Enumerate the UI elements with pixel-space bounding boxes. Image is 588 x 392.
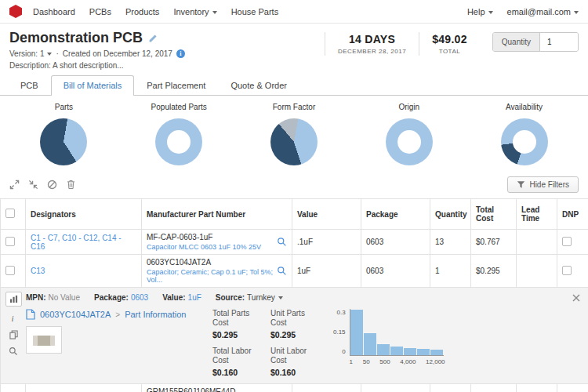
- price-chart-x-axis: 1 50 500 4,000 12,000: [350, 358, 445, 365]
- close-detail-icon[interactable]: [572, 294, 580, 302]
- x-tick: 1: [350, 358, 353, 365]
- chart-parts: Parts: [6, 103, 122, 165]
- info-icon[interactable]: i: [176, 49, 185, 58]
- origin-donut-chart[interactable]: [386, 118, 433, 165]
- parts-pie-chart[interactable]: [40, 118, 87, 165]
- source-dropdown[interactable]: Source:Turnkey: [216, 293, 283, 302]
- meta-value: Value:1uF: [162, 293, 201, 302]
- expand-rows-icon[interactable]: [9, 180, 20, 190]
- dnp-checkbox[interactable]: [562, 237, 572, 246]
- quantity-label: Quantity: [493, 33, 540, 51]
- x-tick: 12,000: [426, 358, 445, 365]
- description-text: Description: A short description...: [9, 61, 325, 70]
- version-dropdown[interactable]: Version: 1: [9, 49, 52, 58]
- nav-item-house-parts[interactable]: House Parts: [231, 7, 279, 16]
- price-break-chart: 0.3 0.15 0 1 50 500 4,000: [333, 309, 445, 377]
- detail-part-number-link[interactable]: 0603YC104JAT2A: [40, 310, 111, 319]
- mpn-text: MF-CAP-0603-1uF: [147, 233, 261, 241]
- price-break-bar: [404, 348, 416, 355]
- cost-item: Unit Parts Cost $0.295: [270, 309, 319, 340]
- lead-days-value: 14 DAYS: [338, 33, 406, 45]
- cost-label: Unit Parts Cost: [270, 309, 319, 328]
- mpn-description-link[interactable]: Capacitor; Ceramic; Cap 0.1 uF; Tol 5%; …: [147, 268, 274, 284]
- cost-label: Unit Labor Cost: [270, 347, 319, 365]
- chart-availability: Availability: [466, 103, 582, 165]
- search-part-icon[interactable]: [9, 347, 18, 356]
- chart-label: Parts: [55, 103, 73, 111]
- account-label: email@mail.com: [507, 7, 571, 16]
- part-info-icon[interactable]: i: [9, 314, 17, 323]
- chart-populated-parts: Populated Parts: [122, 103, 237, 165]
- cost-item: Unit Labor Cost $0.160: [270, 347, 319, 378]
- created-text: Created on December 12, 2017: [63, 49, 172, 58]
- bom-toolbar: Hide Filters: [0, 172, 588, 198]
- chart-label: Populated Parts: [151, 103, 207, 111]
- price-break-bars: [350, 309, 444, 356]
- designators-link[interactable]: C13: [31, 267, 45, 275]
- delete-rows-icon[interactable]: [66, 180, 76, 190]
- tab-pcb[interactable]: PCB: [8, 75, 51, 96]
- meta-mpn-label: MPN:: [26, 293, 46, 302]
- col-designators: Designators: [26, 199, 142, 230]
- chart-label: Form Factor: [273, 103, 315, 111]
- part-info-block: 0603YC104JAT2A > Part Information: [26, 309, 200, 377]
- document-icon: [26, 309, 35, 320]
- edit-title-icon[interactable]: [148, 33, 158, 43]
- nav-item-products[interactable]: Products: [125, 7, 159, 16]
- price-break-bar: [377, 344, 390, 355]
- form-factor-pie-chart[interactable]: [270, 118, 318, 165]
- nav-item-dashboard[interactable]: Dashboard: [33, 7, 75, 16]
- dnp-ban-icon[interactable]: [47, 180, 57, 190]
- meta-package-value[interactable]: 0603: [131, 293, 148, 302]
- help-menu[interactable]: Help: [467, 7, 493, 16]
- nav-item-inventory[interactable]: Inventory: [173, 7, 216, 16]
- brand-logo-icon[interactable]: [9, 5, 22, 18]
- tab-bill-of-materials[interactable]: Bill of Materials: [51, 75, 135, 96]
- bom-table: Designators Manufacturer Part Number Val…: [0, 198, 588, 392]
- account-menu[interactable]: email@mail.com: [507, 7, 579, 16]
- price-chart-y-axis: 0.3 0.15 0: [333, 309, 346, 356]
- total-cost-cell: $0.767: [471, 230, 517, 255]
- total-cost-cell: $0.319: [471, 384, 517, 392]
- value-cell: 10uF: [292, 384, 361, 392]
- quantity-input[interactable]: [540, 33, 578, 51]
- y-tick: 0.15: [333, 328, 346, 336]
- chart-origin: Origin: [351, 103, 466, 165]
- select-all-checkbox[interactable]: [5, 209, 15, 218]
- tab-part-placement[interactable]: Part Placement: [134, 75, 218, 96]
- populated-parts-donut-chart[interactable]: [155, 118, 202, 165]
- designators-link[interactable]: C1 - C7, C10 - C12, C14 - C16: [31, 234, 122, 251]
- version-label: Version: 1: [9, 49, 44, 58]
- part-search-icon[interactable]: [277, 266, 287, 276]
- collapse-rows-icon[interactable]: [28, 180, 38, 190]
- price-break-bar: [417, 349, 430, 355]
- part-search-icon[interactable]: [277, 237, 287, 247]
- nav-item-pcbs[interactable]: PCBs: [89, 7, 111, 16]
- part-thumbnail[interactable]: [26, 326, 62, 354]
- price-chart-icon[interactable]: [5, 292, 22, 307]
- package-cell: 0603: [361, 255, 430, 288]
- table-row: C13 0603YC104JAT2A Capacitor; Ceramic; C…: [1, 255, 588, 288]
- row-checkbox[interactable]: [5, 237, 15, 246]
- part-information-link[interactable]: Part Information: [125, 310, 186, 319]
- meta-source-label: Source:: [216, 293, 245, 302]
- detail-meta-bar: MPN:No Value Package:0603 Value:1uF Sour…: [26, 293, 580, 302]
- price-break-bar: [390, 347, 403, 355]
- price-break-bar: [364, 333, 376, 355]
- capacitor-image: [31, 332, 57, 349]
- page-header: Demonstration PCB Version: 1 · Created o…: [0, 24, 588, 71]
- col-package: Package: [361, 199, 430, 230]
- part-detail-panel: i MPN:No Value Package:0603 Value:1uF So…: [1, 288, 588, 383]
- copy-part-icon[interactable]: [9, 330, 18, 339]
- row-checkbox[interactable]: [5, 266, 15, 275]
- dnp-checkbox[interactable]: [562, 266, 572, 275]
- cost-item: Total Parts Cost $0.295: [212, 309, 261, 340]
- mpn-description-link[interactable]: Capacitor MLCC 0603 1uF 10% 25V: [147, 243, 261, 251]
- hide-filters-button[interactable]: Hide Filters: [507, 176, 579, 193]
- tab-quote-order[interactable]: Quote & Order: [218, 75, 299, 96]
- meta-value-value[interactable]: 1uF: [188, 293, 201, 302]
- filter-icon: [517, 180, 525, 189]
- chart-label: Availability: [506, 103, 543, 111]
- availability-donut-chart[interactable]: [501, 118, 548, 165]
- col-mpn: Manufacturer Part Number: [142, 199, 292, 230]
